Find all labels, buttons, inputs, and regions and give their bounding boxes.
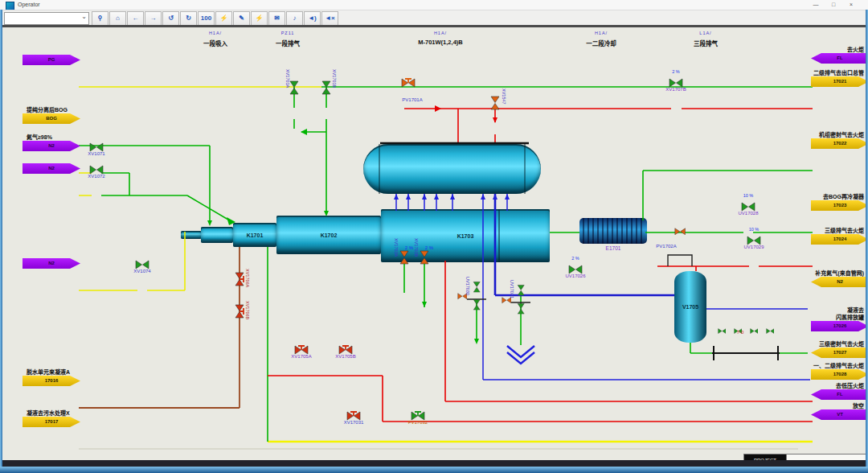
rotated-valve-label: UV17031 — [510, 280, 514, 298]
valve-sm6[interactable] — [488, 97, 502, 106]
stream-tag-left-5[interactable]: 17016 — [23, 376, 80, 386]
stream-tag-label: 脱水单元来凝液A — [27, 368, 171, 376]
valve-UV17028[interactable] — [741, 200, 755, 210]
toolbar-audio-on-button[interactable]: ◄) — [304, 11, 321, 26]
stream-tag-left-4[interactable]: N2 — [23, 258, 80, 269]
toolbar-back-button[interactable]: ← — [127, 11, 144, 26]
alarm-icon: ♪ — [293, 14, 297, 22]
valve-XV17031[interactable] — [346, 409, 361, 419]
refresh-icon: ↺ — [168, 14, 174, 22]
toolbar-rotate-button[interactable]: ↻ — [180, 11, 197, 26]
window-frame-bottom — [0, 467, 868, 473]
annotate-icon: ✎ — [239, 14, 244, 22]
home-icon: ⌂ — [116, 14, 120, 22]
valve-XV1074[interactable] — [135, 258, 149, 268]
valve-sm22[interactable] — [515, 282, 526, 290]
back-icon: ← — [133, 14, 139, 22]
stream-tag-left-0[interactable]: PG — [23, 55, 80, 65]
valve-XV1072[interactable] — [89, 163, 104, 173]
hmi-canvas: K1701 K1702 K1703 E1701 V1705 — [2, 27, 866, 460]
valve-tag-label: XV1071 — [76, 151, 117, 156]
stream-tag-right-8[interactable]: 17028 — [811, 369, 868, 380]
maximize-button[interactable]: □ — [826, 0, 841, 9]
toolbar-buttons: ⚲⌂←→↺↻100⚡✎⚡✉♪◄)◄× — [92, 11, 339, 25]
rotated-valve-label: XV1703A — [394, 238, 399, 257]
stream-tag-left-3[interactable]: N2 — [23, 163, 80, 174]
valve-UV17026[interactable] — [568, 263, 583, 273]
valve-XV1707B[interactable] — [669, 76, 683, 86]
stream-tag-label: 去低压火炬 — [742, 381, 864, 389]
valve-sm21[interactable] — [471, 297, 482, 305]
valve-icon — [235, 304, 244, 319]
toolbar-trend-button[interactable]: ⚡ — [215, 11, 232, 26]
valve-sm7[interactable] — [397, 251, 411, 261]
valve-UV17029[interactable] — [747, 234, 761, 244]
valve-opening-pct: 2 % — [563, 256, 588, 261]
stream-tag-label: 三级密封气去火炬 — [742, 339, 864, 348]
audio-off-icon: ◄× — [325, 14, 335, 22]
stream-tag-label: 去火炬 — [742, 45, 864, 53]
stream-tag-left-2[interactable]: N2 — [23, 141, 80, 151]
print-icon: ✉ — [274, 14, 280, 22]
stream-tag-right-10[interactable]: VT — [811, 409, 868, 420]
stream-tag-label: 提纯分离后BOG — [27, 105, 171, 113]
small-label: 2 % — [421, 245, 437, 250]
stream-tag-right-6[interactable]: 17026 — [811, 321, 868, 331]
valve-sm29[interactable] — [766, 323, 775, 328]
valve-tag-label: XV1707B — [655, 87, 697, 92]
valve-XV1705B[interactable] — [338, 343, 353, 353]
stream-tag-left-1[interactable]: BOG — [23, 113, 80, 124]
stream-tag-right-9[interactable]: FL — [811, 389, 868, 400]
section-header-code-2: H1A/ — [408, 31, 473, 35]
toolbar-home-button[interactable]: ⌂ — [109, 11, 126, 26]
valve-XV1705A[interactable] — [294, 343, 309, 353]
valve-sm28[interactable] — [750, 323, 759, 328]
toolbar-zoom-100-button[interactable]: 100 — [198, 11, 215, 26]
valve-icon — [674, 228, 686, 236]
valve-FV17032[interactable] — [411, 409, 425, 419]
valve-XV1071[interactable] — [89, 141, 104, 150]
toolbar-annotate-button[interactable]: ✎ — [233, 11, 250, 26]
valve-sm20[interactable] — [471, 279, 482, 287]
toolbar-refresh-button[interactable]: ↺ — [162, 11, 179, 26]
stream-tag-right-7[interactable]: 17027 — [811, 348, 868, 358]
toolbar-zoom-select-button[interactable]: ⚲ — [92, 11, 108, 26]
section-header-name-1: 一段排气 — [223, 39, 352, 47]
valve-sm8[interactable] — [417, 251, 432, 261]
section-header-code-0: H1A/ — [183, 31, 248, 35]
stream-tag-right-1[interactable]: 17021 — [811, 76, 868, 87]
chevron-down-icon: ⌄ — [81, 13, 87, 20]
rotated-valve-label: XV1706B — [245, 301, 250, 319]
small-label: 2 % — [401, 245, 417, 250]
toolbar-audio-off-button[interactable]: ◄× — [321, 11, 338, 26]
valve-tag-label: UV17028 — [727, 211, 769, 216]
toolbar-events-button[interactable]: ⚡ — [251, 11, 268, 26]
rotated-valve-label: UV17030 — [465, 277, 470, 295]
stream-tag-right-2[interactable]: 17022 — [811, 138, 868, 149]
stream-tag-right-0[interactable]: FL — [811, 53, 868, 64]
toolbar-alarm-button[interactable]: ♪ — [286, 11, 303, 26]
valve-tag-label: XV17031 — [333, 420, 375, 425]
valve-icon — [289, 80, 299, 95]
stream-tag-label: 一、二级排气去火炬 — [742, 361, 864, 369]
valve-sm26[interactable] — [718, 323, 727, 328]
stream-tag-right-3[interactable]: 17023 — [811, 200, 868, 211]
stream-tag-right-5[interactable]: N2 — [811, 277, 868, 287]
valve-sm19[interactable] — [674, 224, 686, 232]
valve-icon — [399, 250, 409, 265]
stream-tag-right-4[interactable]: 17024 — [811, 234, 868, 245]
stream-tag-left-6[interactable]: 17017 — [23, 417, 80, 427]
minimize-button[interactable]: — — [809, 0, 823, 9]
valve-icon — [473, 298, 481, 310]
valve-tag-label: FV17032 — [397, 420, 439, 425]
trend-icon: ⚡ — [220, 14, 228, 22]
stream-tag-label: 闪蒸排放罐 — [742, 313, 864, 321]
valve-icon — [517, 302, 525, 314]
toolbar-forward-button[interactable]: → — [145, 11, 162, 26]
valve-sm5[interactable] — [401, 76, 416, 86]
close-button[interactable]: × — [844, 0, 858, 9]
valve-sm23[interactable] — [515, 301, 526, 309]
toolbar-print-button[interactable]: ✉ — [268, 11, 285, 26]
screen-selector-combo[interactable]: ⌄ — [4, 12, 89, 25]
valve-sm27[interactable] — [734, 323, 743, 328]
